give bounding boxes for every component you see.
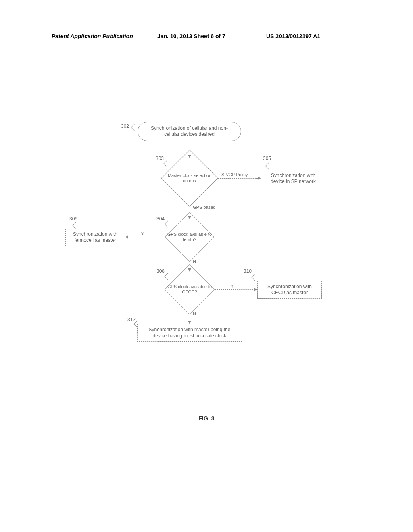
ref-308: 308 bbox=[156, 268, 165, 274]
ref-303: 303 bbox=[156, 156, 164, 161]
ref-302-tick bbox=[131, 124, 138, 131]
header-left: Patent Application Publication bbox=[52, 33, 133, 39]
decision-304: GPS clock available to femto? bbox=[172, 219, 207, 255]
ref-310-tick bbox=[252, 274, 259, 281]
edge-y-308: Y bbox=[231, 284, 234, 289]
ref-312: 312 bbox=[127, 317, 136, 322]
decision-304-text: GPS clock available to femto? bbox=[166, 219, 213, 255]
page: Patent Application Publication Jan. 10, … bbox=[0, 0, 413, 532]
arrow-down-icon bbox=[188, 321, 191, 324]
terminator-start-text: Synchronization of cellular and non- cel… bbox=[151, 125, 228, 137]
header-right: US 2013/0012197 A1 bbox=[266, 33, 320, 39]
edge-y-304: Y bbox=[141, 231, 144, 236]
process-306-text: Synchronization with femtocell as master bbox=[73, 231, 117, 243]
process-312-text: Synchronization with master being the de… bbox=[149, 327, 231, 339]
process-306: Synchronization with femtocell as master bbox=[65, 229, 125, 246]
decision-308-text: GPS clock available to CECD? bbox=[166, 272, 213, 307]
ref-305: 305 bbox=[263, 156, 271, 161]
process-305-text: Synchronization with device in SP networ… bbox=[271, 172, 316, 185]
figure-caption: FIG. 3 bbox=[0, 415, 413, 422]
process-312: Synchronization with master being the de… bbox=[137, 324, 242, 342]
connector bbox=[218, 178, 259, 179]
edge-spcp: SP/CP Policy bbox=[221, 172, 248, 177]
arrow-left-icon bbox=[125, 235, 128, 239]
connector bbox=[215, 289, 255, 290]
header-center: Jan. 10, 2013 Sheet 6 of 7 bbox=[157, 33, 225, 39]
arrow-right-icon bbox=[258, 177, 261, 180]
arrow-right-icon bbox=[254, 288, 257, 291]
connector bbox=[127, 237, 165, 237]
ref-304: 304 bbox=[156, 216, 165, 222]
terminator-start: Synchronization of cellular and non- cel… bbox=[138, 122, 241, 141]
decision-308: GPS clock available to CECD? bbox=[172, 272, 207, 307]
ref-305-tick bbox=[265, 163, 272, 170]
process-310: Synchronization with CECD as master bbox=[257, 281, 322, 299]
ref-306-tick bbox=[73, 222, 79, 229]
ref-306: 306 bbox=[69, 216, 77, 222]
process-305: Synchronization with device in SP networ… bbox=[261, 170, 325, 187]
edge-n-304: N bbox=[193, 259, 196, 264]
edge-gps: GPS based bbox=[193, 205, 215, 210]
decision-303: Master clock selection criteria bbox=[169, 158, 210, 198]
edge-n-308: N bbox=[193, 311, 196, 316]
ref-310: 310 bbox=[244, 268, 252, 274]
process-310-text: Synchronization with CECD as master bbox=[267, 284, 312, 296]
ref-302: 302 bbox=[121, 123, 129, 129]
connector bbox=[190, 307, 190, 322]
